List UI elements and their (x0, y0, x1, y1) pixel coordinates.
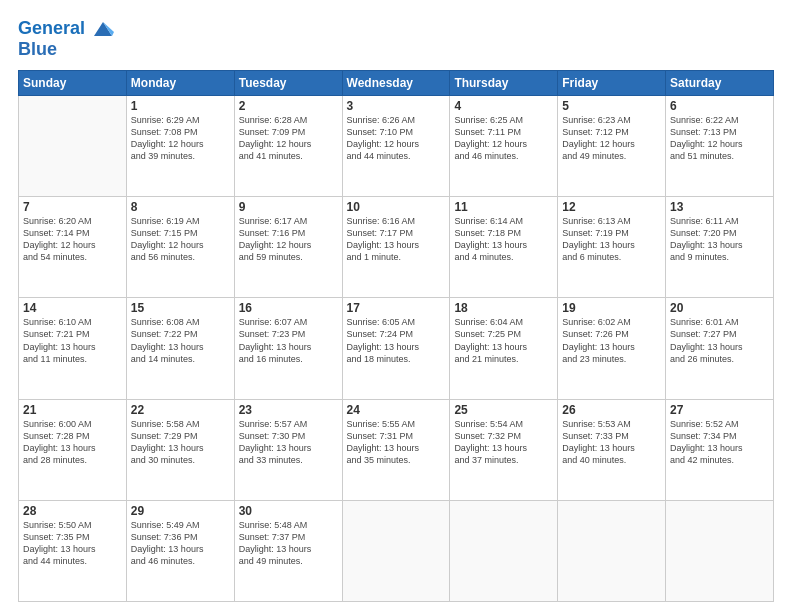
day-number: 3 (347, 99, 446, 113)
week-row-1: 1Sunrise: 6:29 AMSunset: 7:08 PMDaylight… (19, 95, 774, 196)
day-number: 12 (562, 200, 661, 214)
week-row-5: 28Sunrise: 5:50 AMSunset: 7:35 PMDayligh… (19, 500, 774, 601)
day-info: Sunrise: 6:26 AMSunset: 7:10 PMDaylight:… (347, 114, 446, 163)
week-row-3: 14Sunrise: 6:10 AMSunset: 7:21 PMDayligh… (19, 298, 774, 399)
calendar-cell: 28Sunrise: 5:50 AMSunset: 7:35 PMDayligh… (19, 500, 127, 601)
day-number: 9 (239, 200, 338, 214)
calendar-cell (558, 500, 666, 601)
day-info: Sunrise: 6:23 AMSunset: 7:12 PMDaylight:… (562, 114, 661, 163)
day-number: 30 (239, 504, 338, 518)
logo-text: General (18, 18, 114, 40)
day-info: Sunrise: 5:58 AMSunset: 7:29 PMDaylight:… (131, 418, 230, 467)
logo: General Blue (18, 18, 114, 60)
weekday-header-thursday: Thursday (450, 70, 558, 95)
day-info: Sunrise: 6:07 AMSunset: 7:23 PMDaylight:… (239, 316, 338, 365)
calendar-cell: 6Sunrise: 6:22 AMSunset: 7:13 PMDaylight… (666, 95, 774, 196)
day-info: Sunrise: 6:14 AMSunset: 7:18 PMDaylight:… (454, 215, 553, 264)
day-number: 4 (454, 99, 553, 113)
calendar-table: SundayMondayTuesdayWednesdayThursdayFrid… (18, 70, 774, 602)
day-info: Sunrise: 5:57 AMSunset: 7:30 PMDaylight:… (239, 418, 338, 467)
day-number: 25 (454, 403, 553, 417)
calendar-cell: 19Sunrise: 6:02 AMSunset: 7:26 PMDayligh… (558, 298, 666, 399)
day-info: Sunrise: 5:52 AMSunset: 7:34 PMDaylight:… (670, 418, 769, 467)
day-info: Sunrise: 6:19 AMSunset: 7:15 PMDaylight:… (131, 215, 230, 264)
day-number: 10 (347, 200, 446, 214)
day-number: 27 (670, 403, 769, 417)
day-info: Sunrise: 6:29 AMSunset: 7:08 PMDaylight:… (131, 114, 230, 163)
calendar-cell: 12Sunrise: 6:13 AMSunset: 7:19 PMDayligh… (558, 197, 666, 298)
day-info: Sunrise: 6:13 AMSunset: 7:19 PMDaylight:… (562, 215, 661, 264)
header: General Blue (18, 18, 774, 60)
weekday-header-sunday: Sunday (19, 70, 127, 95)
logo-blue: Blue (18, 40, 114, 60)
calendar-cell: 25Sunrise: 5:54 AMSunset: 7:32 PMDayligh… (450, 399, 558, 500)
calendar-cell: 9Sunrise: 6:17 AMSunset: 7:16 PMDaylight… (234, 197, 342, 298)
day-info: Sunrise: 6:02 AMSunset: 7:26 PMDaylight:… (562, 316, 661, 365)
week-row-2: 7Sunrise: 6:20 AMSunset: 7:14 PMDaylight… (19, 197, 774, 298)
day-info: Sunrise: 5:50 AMSunset: 7:35 PMDaylight:… (23, 519, 122, 568)
day-number: 24 (347, 403, 446, 417)
calendar-cell: 8Sunrise: 6:19 AMSunset: 7:15 PMDaylight… (126, 197, 234, 298)
day-info: Sunrise: 5:55 AMSunset: 7:31 PMDaylight:… (347, 418, 446, 467)
calendar-cell: 29Sunrise: 5:49 AMSunset: 7:36 PMDayligh… (126, 500, 234, 601)
day-number: 16 (239, 301, 338, 315)
weekday-header-monday: Monday (126, 70, 234, 95)
calendar-cell (342, 500, 450, 601)
calendar-cell: 20Sunrise: 6:01 AMSunset: 7:27 PMDayligh… (666, 298, 774, 399)
day-number: 22 (131, 403, 230, 417)
calendar-cell: 22Sunrise: 5:58 AMSunset: 7:29 PMDayligh… (126, 399, 234, 500)
day-info: Sunrise: 5:54 AMSunset: 7:32 PMDaylight:… (454, 418, 553, 467)
day-number: 14 (23, 301, 122, 315)
calendar-cell: 3Sunrise: 6:26 AMSunset: 7:10 PMDaylight… (342, 95, 450, 196)
day-number: 6 (670, 99, 769, 113)
calendar-cell: 11Sunrise: 6:14 AMSunset: 7:18 PMDayligh… (450, 197, 558, 298)
calendar-cell: 7Sunrise: 6:20 AMSunset: 7:14 PMDaylight… (19, 197, 127, 298)
day-number: 13 (670, 200, 769, 214)
day-info: Sunrise: 6:28 AMSunset: 7:09 PMDaylight:… (239, 114, 338, 163)
calendar-cell: 4Sunrise: 6:25 AMSunset: 7:11 PMDaylight… (450, 95, 558, 196)
day-info: Sunrise: 6:20 AMSunset: 7:14 PMDaylight:… (23, 215, 122, 264)
day-info: Sunrise: 6:16 AMSunset: 7:17 PMDaylight:… (347, 215, 446, 264)
calendar-cell: 14Sunrise: 6:10 AMSunset: 7:21 PMDayligh… (19, 298, 127, 399)
calendar-cell: 23Sunrise: 5:57 AMSunset: 7:30 PMDayligh… (234, 399, 342, 500)
day-number: 19 (562, 301, 661, 315)
day-info: Sunrise: 6:22 AMSunset: 7:13 PMDaylight:… (670, 114, 769, 163)
page: General Blue SundayMondayTuesdayWednesda… (0, 0, 792, 612)
day-number: 7 (23, 200, 122, 214)
calendar-cell: 18Sunrise: 6:04 AMSunset: 7:25 PMDayligh… (450, 298, 558, 399)
day-number: 11 (454, 200, 553, 214)
logo-icon (92, 18, 114, 40)
weekday-header-saturday: Saturday (666, 70, 774, 95)
calendar-cell (450, 500, 558, 601)
day-number: 21 (23, 403, 122, 417)
day-number: 28 (23, 504, 122, 518)
day-info: Sunrise: 6:00 AMSunset: 7:28 PMDaylight:… (23, 418, 122, 467)
day-number: 26 (562, 403, 661, 417)
logo-general: General (18, 18, 85, 38)
day-info: Sunrise: 6:05 AMSunset: 7:24 PMDaylight:… (347, 316, 446, 365)
calendar-cell: 27Sunrise: 5:52 AMSunset: 7:34 PMDayligh… (666, 399, 774, 500)
day-number: 1 (131, 99, 230, 113)
calendar-cell: 24Sunrise: 5:55 AMSunset: 7:31 PMDayligh… (342, 399, 450, 500)
calendar-cell: 1Sunrise: 6:29 AMSunset: 7:08 PMDaylight… (126, 95, 234, 196)
day-number: 23 (239, 403, 338, 417)
day-number: 8 (131, 200, 230, 214)
day-number: 5 (562, 99, 661, 113)
day-info: Sunrise: 5:48 AMSunset: 7:37 PMDaylight:… (239, 519, 338, 568)
weekday-header-wednesday: Wednesday (342, 70, 450, 95)
day-info: Sunrise: 6:17 AMSunset: 7:16 PMDaylight:… (239, 215, 338, 264)
day-info: Sunrise: 5:53 AMSunset: 7:33 PMDaylight:… (562, 418, 661, 467)
calendar-cell: 15Sunrise: 6:08 AMSunset: 7:22 PMDayligh… (126, 298, 234, 399)
calendar-cell: 17Sunrise: 6:05 AMSunset: 7:24 PMDayligh… (342, 298, 450, 399)
day-number: 18 (454, 301, 553, 315)
calendar-cell: 30Sunrise: 5:48 AMSunset: 7:37 PMDayligh… (234, 500, 342, 601)
day-number: 17 (347, 301, 446, 315)
calendar-cell (19, 95, 127, 196)
day-number: 20 (670, 301, 769, 315)
weekday-header-row: SundayMondayTuesdayWednesdayThursdayFrid… (19, 70, 774, 95)
calendar-cell: 26Sunrise: 5:53 AMSunset: 7:33 PMDayligh… (558, 399, 666, 500)
day-info: Sunrise: 5:49 AMSunset: 7:36 PMDaylight:… (131, 519, 230, 568)
calendar-cell (666, 500, 774, 601)
calendar-cell: 10Sunrise: 6:16 AMSunset: 7:17 PMDayligh… (342, 197, 450, 298)
calendar-cell: 2Sunrise: 6:28 AMSunset: 7:09 PMDaylight… (234, 95, 342, 196)
